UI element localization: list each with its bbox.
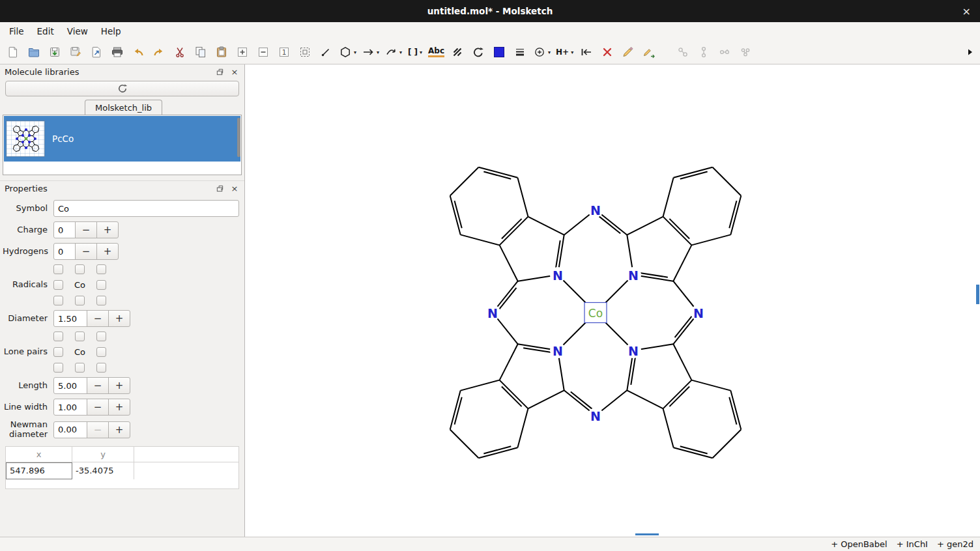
redo-button[interactable] xyxy=(151,43,167,61)
paste-button[interactable] xyxy=(214,43,229,61)
ring-tool[interactable]: ▾ xyxy=(339,43,356,61)
newman-increment-button[interactable]: + xyxy=(108,421,130,438)
window-close-button[interactable]: × xyxy=(962,5,971,18)
line-width-decrement-button[interactable]: − xyxy=(87,399,109,416)
length-increment-button[interactable]: + xyxy=(108,377,130,394)
zoom-in-button[interactable] xyxy=(235,43,250,61)
lone-pair-toggle-button[interactable] xyxy=(53,363,63,373)
mechanism-arrow-tool[interactable]: ▾ xyxy=(384,43,402,61)
copy-button[interactable] xyxy=(193,43,209,61)
float-panel-button[interactable] xyxy=(214,183,225,193)
toolbar-extender-button[interactable] xyxy=(964,47,975,57)
drawing-canvas[interactable]: CoNNNNNNNN xyxy=(245,64,980,537)
charge-input[interactable] xyxy=(53,221,76,238)
export-image-button[interactable] xyxy=(89,43,104,61)
hydrogens-decrement-button[interactable]: − xyxy=(75,243,97,260)
menu-help[interactable]: Help xyxy=(94,23,128,39)
line-width-tool[interactable] xyxy=(512,43,528,61)
hydrogens-input[interactable] xyxy=(53,243,76,260)
color-picker-swatch[interactable] xyxy=(491,43,507,61)
coord-x-cell[interactable]: 547.896 xyxy=(6,462,72,479)
refresh-library-button[interactable] xyxy=(5,81,239,96)
library-list: PcCo xyxy=(3,115,242,175)
radical-toggle-button[interactable] xyxy=(53,280,63,290)
reaction-arrow-tool[interactable]: ▾ xyxy=(362,43,379,61)
charge-increment-button[interactable]: + xyxy=(96,221,119,238)
edit-transform-tool-1[interactable] xyxy=(620,43,636,61)
radical-toggle-button[interactable] xyxy=(96,296,106,305)
zoom-fit-button[interactable] xyxy=(297,43,313,61)
horizontal-scrollbar-thumb[interactable] xyxy=(635,533,659,535)
save-as-button[interactable] xyxy=(68,43,83,61)
radical-toggle-button[interactable] xyxy=(75,264,85,274)
dropdown-arrow-icon[interactable]: ▾ xyxy=(354,49,356,55)
dropdown-arrow-icon[interactable]: ▾ xyxy=(548,49,551,55)
save-button[interactable] xyxy=(47,43,63,61)
library-item-pcco[interactable]: PcCo xyxy=(4,116,240,162)
lone-pair-toggle-button[interactable] xyxy=(96,332,106,341)
length-decrement-button[interactable]: − xyxy=(87,377,109,394)
hydrogen-tool[interactable]: H+▾ xyxy=(556,43,573,61)
lone-pair-toggle-button[interactable] xyxy=(53,347,63,357)
zoom-original-button-icon: 1 xyxy=(278,46,291,59)
rotate-tool[interactable] xyxy=(470,43,486,61)
radical-toggle-button[interactable] xyxy=(53,296,63,305)
openbabel-tool-3-icon xyxy=(718,46,731,59)
lone-pair-toggle-button[interactable] xyxy=(96,363,106,373)
coord-header-y[interactable]: y xyxy=(72,447,134,462)
lone-pair-toggle-button[interactable] xyxy=(53,332,63,341)
hatch-bond-tool[interactable] xyxy=(450,43,465,61)
cut-button[interactable] xyxy=(172,43,188,61)
coord-header-x[interactable]: x xyxy=(6,447,72,462)
tab-molsketch-lib[interactable]: Molsketch_lib xyxy=(85,100,162,115)
delete-tool[interactable] xyxy=(599,43,615,61)
undo-button[interactable] xyxy=(130,43,146,61)
zoom-out-button[interactable] xyxy=(255,43,271,61)
charge-tool[interactable]: ▾ xyxy=(533,43,551,61)
float-panel-button[interactable] xyxy=(214,66,225,77)
length-input[interactable] xyxy=(53,377,87,394)
dropdown-arrow-icon[interactable]: ▾ xyxy=(399,49,402,55)
lone-pair-toggle-button[interactable] xyxy=(75,363,85,373)
open-file-button[interactable] xyxy=(26,43,42,61)
coord-y-cell[interactable]: -35.4075 xyxy=(72,462,134,479)
zoom-original-button[interactable]: 1 xyxy=(276,43,292,61)
toolbar: 1▾▾▾[ ]▾Abc▾H+▾ xyxy=(0,40,980,64)
radical-toggle-button[interactable] xyxy=(96,264,106,274)
edit-transform-tool-2[interactable] xyxy=(641,43,657,61)
menu-view[interactable]: View xyxy=(61,23,94,39)
symbol-input[interactable] xyxy=(53,200,239,217)
library-scrollbar-thumb[interactable] xyxy=(237,118,240,157)
newman-diameter-input[interactable] xyxy=(53,421,87,438)
radical-toggle-button[interactable] xyxy=(96,280,106,290)
diameter-input[interactable] xyxy=(53,310,87,327)
dropdown-arrow-icon[interactable]: ▾ xyxy=(420,49,422,55)
diameter-decrement-button[interactable]: − xyxy=(87,310,109,327)
menu-file[interactable]: File xyxy=(3,23,31,39)
lone-pair-toggle-button[interactable] xyxy=(96,347,106,357)
line-width-input[interactable] xyxy=(53,399,87,416)
draw-bond-tool[interactable] xyxy=(318,43,334,61)
menu-edit[interactable]: Edit xyxy=(31,23,61,39)
float-panel-icon xyxy=(216,68,224,76)
radical-toggle-button[interactable] xyxy=(75,296,85,305)
close-panel-button[interactable]: × xyxy=(229,66,240,77)
status-gen2d: + gen2d xyxy=(937,539,973,549)
new-file-button[interactable] xyxy=(5,43,21,61)
line-width-increment-button[interactable]: + xyxy=(108,399,130,416)
openbabel-tool-2-icon xyxy=(697,46,710,59)
text-tool[interactable]: Abc xyxy=(428,43,444,61)
dropdown-arrow-icon[interactable]: ▾ xyxy=(571,49,573,55)
print-button[interactable] xyxy=(109,43,125,61)
radical-toggle-button[interactable] xyxy=(53,264,63,274)
vertical-scrollbar-thumb[interactable] xyxy=(976,285,979,304)
bracket-tool[interactable]: [ ]▾ xyxy=(407,43,423,61)
snap-align-tool[interactable] xyxy=(579,43,594,61)
charge-decrement-button[interactable]: − xyxy=(75,221,97,238)
hydrogens-increment-button[interactable]: + xyxy=(96,243,119,260)
hydrogen-tool-label: H+ xyxy=(556,48,569,57)
lone-pair-toggle-button[interactable] xyxy=(75,332,85,341)
dropdown-arrow-icon[interactable]: ▾ xyxy=(377,49,379,55)
close-panel-button[interactable]: × xyxy=(229,183,240,193)
diameter-increment-button[interactable]: + xyxy=(108,310,130,327)
